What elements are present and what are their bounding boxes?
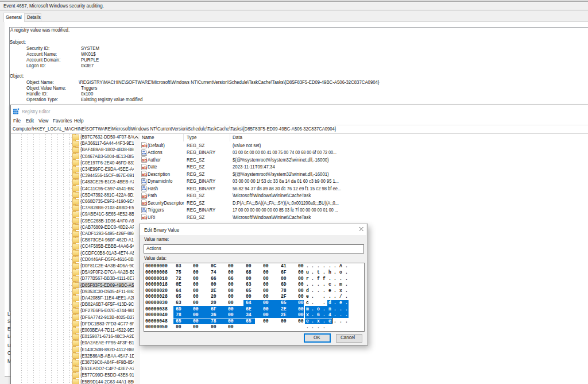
svg-text:ab: ab bbox=[141, 215, 146, 220]
svg-text:ab: ab bbox=[141, 201, 146, 206]
svg-text:ab: ab bbox=[141, 143, 146, 148]
svg-text:ab: ab bbox=[141, 158, 146, 163]
svg-text:ab: ab bbox=[141, 193, 146, 198]
svg-text:ab: ab bbox=[141, 164, 146, 170]
svg-text:ab: ab bbox=[141, 172, 146, 177]
